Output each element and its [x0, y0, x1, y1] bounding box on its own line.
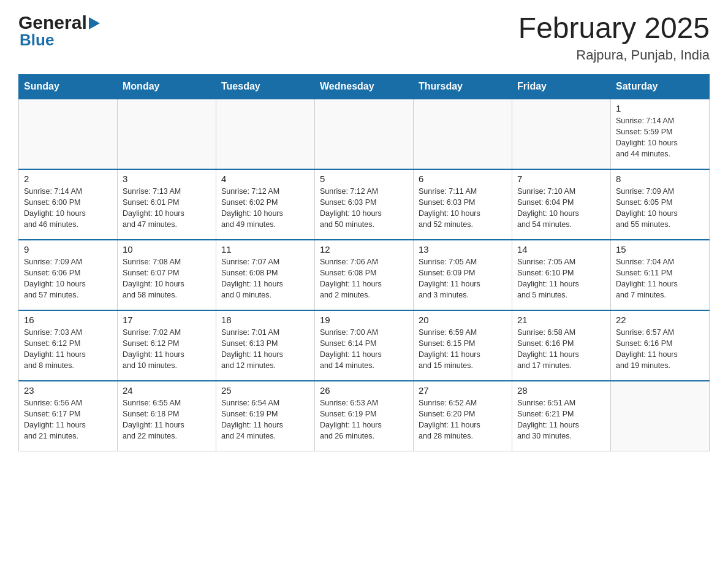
day-info: Sunrise: 7:14 AMSunset: 6:00 PMDaylight:… — [24, 186, 112, 231]
day-info: Sunrise: 7:03 AMSunset: 6:12 PMDaylight:… — [24, 327, 112, 372]
day-number: 9 — [24, 244, 112, 255]
day-number: 23 — [24, 385, 112, 396]
day-number: 8 — [616, 174, 704, 184]
calendar-cell: 27Sunrise: 6:52 AMSunset: 6:20 PMDayligh… — [414, 381, 512, 451]
day-info: Sunrise: 7:10 AMSunset: 6:04 PMDaylight:… — [517, 186, 605, 231]
day-info: Sunrise: 6:59 AMSunset: 6:15 PMDaylight:… — [419, 327, 507, 372]
day-info: Sunrise: 7:02 AMSunset: 6:12 PMDaylight:… — [123, 327, 211, 372]
calendar-day-header: Tuesday — [216, 74, 315, 99]
day-number: 21 — [517, 315, 605, 325]
calendar-week-row: 16Sunrise: 7:03 AMSunset: 6:12 PMDayligh… — [19, 310, 710, 381]
calendar-cell — [315, 99, 414, 169]
calendar-cell: 6Sunrise: 7:11 AMSunset: 6:03 PMDaylight… — [414, 169, 512, 240]
location-text: Rajpura, Punjab, India — [518, 47, 710, 63]
calendar-cell: 12Sunrise: 7:06 AMSunset: 6:08 PMDayligh… — [315, 240, 414, 310]
day-info: Sunrise: 7:11 AMSunset: 6:03 PMDaylight:… — [419, 186, 507, 231]
calendar-week-row: 2Sunrise: 7:14 AMSunset: 6:00 PMDaylight… — [19, 169, 710, 240]
calendar-cell: 9Sunrise: 7:09 AMSunset: 6:06 PMDaylight… — [19, 240, 118, 310]
day-number: 17 — [123, 315, 211, 325]
day-number: 22 — [616, 315, 704, 325]
day-info: Sunrise: 7:12 AMSunset: 6:03 PMDaylight:… — [320, 186, 408, 231]
day-info: Sunrise: 7:06 AMSunset: 6:08 PMDaylight:… — [320, 256, 408, 301]
day-info: Sunrise: 7:09 AMSunset: 6:05 PMDaylight:… — [616, 186, 704, 231]
day-number: 6 — [419, 174, 507, 184]
day-info: Sunrise: 6:53 AMSunset: 6:19 PMDaylight:… — [320, 397, 408, 442]
calendar-cell — [118, 99, 216, 169]
calendar-cell: 22Sunrise: 6:57 AMSunset: 6:16 PMDayligh… — [611, 310, 710, 381]
calendar-cell: 24Sunrise: 6:55 AMSunset: 6:18 PMDayligh… — [118, 381, 216, 451]
logo-general-text: General — [18, 12, 87, 33]
day-info: Sunrise: 6:52 AMSunset: 6:20 PMDaylight:… — [419, 397, 507, 442]
day-number: 12 — [320, 244, 408, 255]
logo-arrow-icon — [89, 17, 100, 29]
day-number: 15 — [616, 244, 704, 255]
calendar-cell: 13Sunrise: 7:05 AMSunset: 6:09 PMDayligh… — [414, 240, 512, 310]
day-number: 5 — [320, 174, 408, 184]
month-year-title: February 2025 — [518, 12, 710, 45]
calendar-cell — [414, 99, 512, 169]
day-number: 1 — [616, 103, 704, 113]
calendar-day-header: Saturday — [611, 74, 710, 99]
calendar-day-header: Monday — [118, 74, 216, 99]
calendar-cell — [512, 99, 611, 169]
day-info: Sunrise: 7:07 AMSunset: 6:08 PMDaylight:… — [221, 256, 309, 301]
day-number: 26 — [320, 385, 408, 396]
day-number: 24 — [123, 385, 211, 396]
day-info: Sunrise: 6:58 AMSunset: 6:16 PMDaylight:… — [517, 327, 605, 372]
calendar-cell: 21Sunrise: 6:58 AMSunset: 6:16 PMDayligh… — [512, 310, 611, 381]
calendar-table: SundayMondayTuesdayWednesdayThursdayFrid… — [18, 74, 710, 452]
calendar-cell: 17Sunrise: 7:02 AMSunset: 6:12 PMDayligh… — [118, 310, 216, 381]
day-info: Sunrise: 7:00 AMSunset: 6:14 PMDaylight:… — [320, 327, 408, 372]
logo: General Blue — [18, 12, 100, 50]
calendar-day-header: Sunday — [19, 74, 118, 99]
calendar-cell: 18Sunrise: 7:01 AMSunset: 6:13 PMDayligh… — [216, 310, 315, 381]
calendar-day-header: Thursday — [414, 74, 512, 99]
calendar-cell: 14Sunrise: 7:05 AMSunset: 6:10 PMDayligh… — [512, 240, 611, 310]
day-number: 19 — [320, 315, 408, 325]
calendar-cell: 19Sunrise: 7:00 AMSunset: 6:14 PMDayligh… — [315, 310, 414, 381]
calendar-week-row: 23Sunrise: 6:56 AMSunset: 6:17 PMDayligh… — [19, 381, 710, 451]
calendar-cell: 20Sunrise: 6:59 AMSunset: 6:15 PMDayligh… — [414, 310, 512, 381]
logo-blue-text: Blue — [20, 31, 100, 50]
calendar-cell — [19, 99, 118, 169]
day-number: 13 — [419, 244, 507, 255]
day-info: Sunrise: 7:05 AMSunset: 6:09 PMDaylight:… — [419, 256, 507, 301]
calendar-cell: 26Sunrise: 6:53 AMSunset: 6:19 PMDayligh… — [315, 381, 414, 451]
calendar-cell: 3Sunrise: 7:13 AMSunset: 6:01 PMDaylight… — [118, 169, 216, 240]
day-info: Sunrise: 7:04 AMSunset: 6:11 PMDaylight:… — [616, 256, 704, 301]
calendar-week-row: 1Sunrise: 7:14 AMSunset: 5:59 PMDaylight… — [19, 99, 710, 169]
calendar-cell: 15Sunrise: 7:04 AMSunset: 6:11 PMDayligh… — [611, 240, 710, 310]
calendar-cell: 8Sunrise: 7:09 AMSunset: 6:05 PMDaylight… — [611, 169, 710, 240]
calendar-cell: 4Sunrise: 7:12 AMSunset: 6:02 PMDaylight… — [216, 169, 315, 240]
day-info: Sunrise: 7:05 AMSunset: 6:10 PMDaylight:… — [517, 256, 605, 301]
calendar-week-row: 9Sunrise: 7:09 AMSunset: 6:06 PMDaylight… — [19, 240, 710, 310]
day-info: Sunrise: 7:08 AMSunset: 6:07 PMDaylight:… — [123, 256, 211, 301]
day-info: Sunrise: 7:12 AMSunset: 6:02 PMDaylight:… — [221, 186, 309, 231]
calendar-header-row: SundayMondayTuesdayWednesdayThursdayFrid… — [19, 74, 710, 99]
day-number: 2 — [24, 174, 112, 184]
day-info: Sunrise: 7:01 AMSunset: 6:13 PMDaylight:… — [221, 327, 309, 372]
day-info: Sunrise: 6:55 AMSunset: 6:18 PMDaylight:… — [123, 397, 211, 442]
calendar-cell — [611, 381, 710, 451]
day-number: 20 — [419, 315, 507, 325]
day-info: Sunrise: 7:13 AMSunset: 6:01 PMDaylight:… — [123, 186, 211, 231]
day-info: Sunrise: 6:56 AMSunset: 6:17 PMDaylight:… — [24, 397, 112, 442]
day-number: 10 — [123, 244, 211, 255]
calendar-cell: 11Sunrise: 7:07 AMSunset: 6:08 PMDayligh… — [216, 240, 315, 310]
calendar-cell: 5Sunrise: 7:12 AMSunset: 6:03 PMDaylight… — [315, 169, 414, 240]
day-number: 3 — [123, 174, 211, 184]
day-info: Sunrise: 7:14 AMSunset: 5:59 PMDaylight:… — [616, 115, 704, 160]
day-info: Sunrise: 6:57 AMSunset: 6:16 PMDaylight:… — [616, 327, 704, 372]
calendar-cell — [216, 99, 315, 169]
calendar-day-header: Wednesday — [315, 74, 414, 99]
day-info: Sunrise: 7:09 AMSunset: 6:06 PMDaylight:… — [24, 256, 112, 301]
day-number: 11 — [221, 244, 309, 255]
day-number: 16 — [24, 315, 112, 325]
calendar-day-header: Friday — [512, 74, 611, 99]
calendar-cell: 2Sunrise: 7:14 AMSunset: 6:00 PMDaylight… — [19, 169, 118, 240]
day-number: 18 — [221, 315, 309, 325]
day-number: 14 — [517, 244, 605, 255]
logo-line1: General — [18, 12, 100, 33]
calendar-cell: 23Sunrise: 6:56 AMSunset: 6:17 PMDayligh… — [19, 381, 118, 451]
day-info: Sunrise: 6:51 AMSunset: 6:21 PMDaylight:… — [517, 397, 605, 442]
